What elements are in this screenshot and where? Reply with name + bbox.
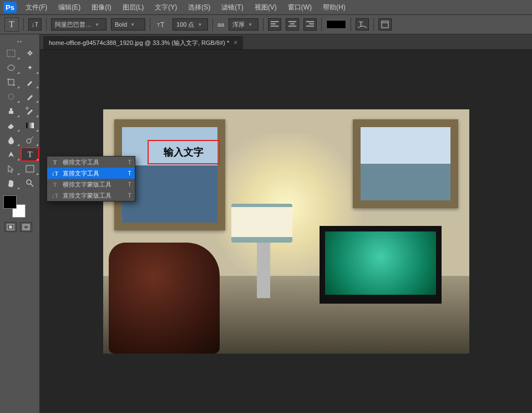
type-tool[interactable]: T [21,148,39,161]
zoom-tool[interactable] [21,177,39,190]
move-tool[interactable]: ✥ [21,47,39,60]
character-panel-button[interactable] [378,18,392,31]
app-logo: Ps [3,2,17,13]
flyout-item-shortcut: T [128,192,131,199]
text-layer-annotation[interactable]: 输入文字 [148,140,220,164]
align-left-icon [271,21,278,28]
flyout-horizontal-type[interactable]: T 横排文字工具 T [47,157,135,168]
align-right-icon [306,21,314,28]
menu-view[interactable]: 视图(V) [249,1,282,14]
screen-mode-row [0,218,39,236]
history-brush-tool[interactable] [21,104,39,118]
svg-rect-21 [24,225,28,229]
healing-brush-tool[interactable] [2,90,20,103]
align-right-button[interactable] [303,18,317,31]
flyout-item-label: 直排文字工具 [63,169,124,178]
flyout-item-shortcut: T [128,159,131,165]
antialias-value: 浑厚 [232,21,245,29]
eraser-tool[interactable] [2,119,20,132]
tool-grid: ✥ ✦ T [0,44,39,192]
menu-image[interactable]: 图像(I) [86,1,116,14]
gradient-tool[interactable] [21,119,39,132]
antialias-dropdown[interactable]: 浑厚 ▼ [229,18,259,31]
flyout-horizontal-type-mask[interactable]: T 横排文字蒙版工具 T [47,179,135,190]
chevron-down-icon: ▼ [95,22,99,27]
separator [46,18,47,31]
flyout-item-label: 直排文字蒙版工具 [63,192,124,200]
svg-point-7 [8,65,14,70]
vertical-type-mask-icon: ↓T [50,192,59,199]
foreground-color-swatch[interactable] [3,195,17,209]
quick-mask-button[interactable] [4,222,17,232]
image-frame-right [353,119,458,208]
font-style-dropdown[interactable]: Bold ▼ [111,18,145,31]
menu-help[interactable]: 帮助(H) [317,1,351,14]
font-family-dropdown[interactable]: 阿里巴巴普… ▼ [51,18,107,31]
image-monitor-screen [325,231,436,295]
blur-tool[interactable] [2,133,20,147]
svg-rect-10 [10,108,12,111]
svg-text:T: T [359,21,363,28]
svg-rect-15 [26,165,34,172]
separator [212,18,213,31]
shape-tool[interactable] [21,162,39,175]
text-orient-icon: ↓T [31,21,39,28]
brush-tool[interactable] [21,90,39,103]
flyout-item-label: 横排文字工具 [63,158,124,167]
svg-line-17 [31,184,33,187]
path-selection-tool[interactable] [2,162,20,175]
dodge-tool[interactable] [21,133,39,147]
align-left-button[interactable] [268,18,281,31]
svg-point-13 [27,139,31,143]
separator [23,18,24,31]
type-icon: T [27,150,32,159]
lasso-tool[interactable] [2,61,20,74]
document-tab-title: home-office-g94574c388_1920.jpg @ 33.3% … [49,39,229,47]
panel-grip[interactable]: ◂▸ [0,39,39,44]
flyout-vertical-type-mask[interactable]: ↓T 直排文字蒙版工具 T [47,190,135,201]
crop-tool[interactable] [2,75,20,89]
menu-file[interactable]: 文件(F) [20,1,53,14]
flyout-item-label: 横排文字蒙版工具 [63,180,124,189]
svg-point-19 [9,225,12,229]
text-orientation-toggle[interactable]: ↓T [28,18,42,31]
svg-text:↓T: ↓T [32,21,39,28]
align-center-button[interactable] [286,18,299,31]
menu-filter[interactable]: 滤镜(T) [216,1,249,14]
canvas-viewport[interactable]: 输入文字 [40,50,532,413]
svg-line-14 [31,137,33,139]
image-chair [109,243,220,354]
menu-type[interactable]: 文字(Y) [149,1,183,14]
menu-layer[interactable]: 图层(L) [117,1,150,14]
document-tab[interactable]: home-office-g94574c388_1920.jpg @ 33.3% … [43,36,243,49]
menu-select[interactable]: 选择(S) [183,1,216,14]
svg-rect-12 [26,123,34,128]
svg-rect-9 [9,111,13,114]
screen-mode-button[interactable] [20,222,32,232]
pen-tool[interactable] [2,148,20,161]
chevron-down-icon: ▼ [248,22,252,27]
tool-panel: ◂▸ ✥ ✦ T [0,34,40,413]
active-tool-icon[interactable]: T [4,17,19,32]
eyedropper-tool[interactable] [21,75,39,89]
menu-window[interactable]: 窗口(W) [282,1,317,14]
flyout-vertical-type[interactable]: ↓T 直排文字工具 T [47,168,135,179]
close-icon[interactable]: × [234,39,237,47]
magic-wand-tool[interactable]: ✦ [21,61,39,74]
clone-stamp-tool[interactable] [2,104,20,118]
warp-text-button[interactable]: T [356,18,369,31]
font-size-dropdown[interactable]: 100 点 ▼ [173,18,208,31]
menu-edit[interactable]: 编辑(E) [53,1,86,14]
chevron-down-icon: ▼ [197,22,202,27]
text-color-swatch[interactable] [326,20,346,29]
canvas-image[interactable]: 输入文字 [103,109,469,354]
marquee-tool[interactable] [2,47,20,60]
color-swatches[interactable] [3,195,26,218]
separator [263,18,264,31]
flyout-item-shortcut: T [128,170,131,177]
antialias-label: aa [217,21,224,28]
type-tool-flyout: T 横排文字工具 T ↓T 直排文字工具 T T 横排文字蒙版工具 T ↓T 直… [47,156,135,202]
move-icon: ✥ [27,49,33,57]
options-bar: T ↓T 阿里巴巴普… ▼ Bold ▼ TT 100 点 ▼ aa 浑厚 ▼ … [0,14,532,34]
hand-tool[interactable] [2,177,20,190]
